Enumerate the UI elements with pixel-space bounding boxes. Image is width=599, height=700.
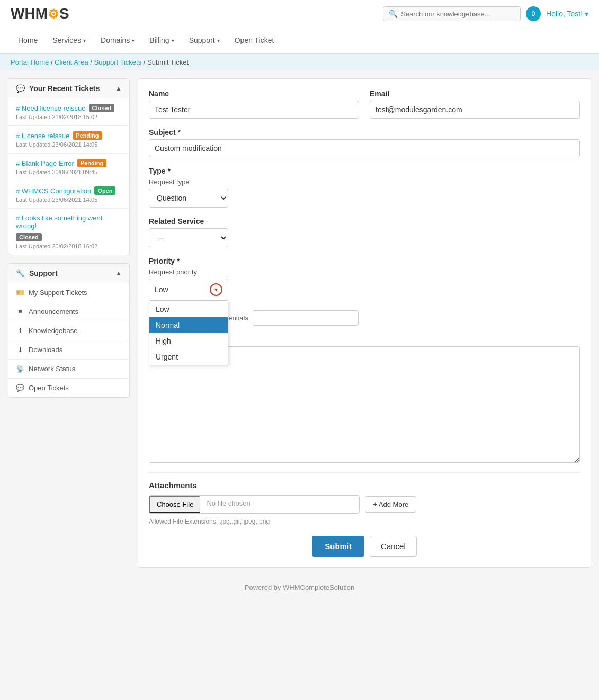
ticket-title: # Need license reissue Closed: [16, 104, 122, 112]
nav-item-support[interactable]: Support ▾: [182, 28, 227, 53]
breadcrumb-portal-home[interactable]: Portal Home: [11, 58, 49, 66]
ticket-link[interactable]: # Need license reissue: [16, 104, 86, 112]
chevron-down-icon: ▾: [214, 286, 218, 293]
attachments-section: Attachments Choose File No file chosen +…: [149, 481, 580, 525]
priority-option-urgent[interactable]: Urgent: [149, 349, 228, 365]
download-icon: ⬇: [16, 346, 24, 354]
sidebar-item-open-tickets[interactable]: 💬 Open Tickets: [8, 379, 129, 397]
logo-gear-icon: ⚙: [48, 7, 59, 21]
sidebar-item-network-status[interactable]: 📡 Network Status: [8, 360, 129, 379]
name-label: Name: [149, 89, 359, 98]
sidebar-item-label: My Support Tickets: [29, 289, 87, 297]
status-badge: Pending: [73, 131, 102, 140]
ticket-date: Last Updated 23/06/2021 14:05: [16, 196, 122, 203]
credentials-field[interactable]: [253, 310, 359, 326]
chat-icon: 💬: [16, 84, 25, 93]
priority-dropdown-button[interactable]: ▾: [210, 283, 222, 296]
ticket-date: Last Updated 20/02/2018 16:02: [16, 243, 122, 249]
recent-tickets-section: 💬 Your Recent Tickets ▲ # Need license r…: [8, 78, 130, 255]
name-field[interactable]: [149, 101, 359, 119]
submit-row: Submit Cancel: [149, 536, 580, 557]
file-input-wrapper: Choose File No file chosen: [149, 495, 360, 514]
sidebar-item-announcements[interactable]: ≡ Announcements: [8, 302, 129, 321]
navbar: Home Services ▾ Domains ▾ Billing ▾ Supp…: [0, 28, 599, 54]
sidebar-item-label: Network Status: [29, 365, 75, 373]
submit-button[interactable]: Submit: [312, 536, 364, 557]
status-badge: Closed: [16, 233, 42, 241]
sidebar-item-downloads[interactable]: ⬇ Downloads: [8, 340, 129, 360]
allowed-extensions: Allowed File Extensions: .jpg,.gif,.jpeg…: [149, 518, 580, 525]
breadcrumb-client-area[interactable]: Client Area: [55, 58, 88, 66]
info-icon: ℹ: [16, 327, 24, 335]
breadcrumb-current: Submit Ticket: [147, 58, 189, 66]
ticket-title: # Looks like something went wrong! Close…: [16, 214, 122, 241]
ticket-link[interactable]: # WHMCS Configuration: [16, 187, 91, 195]
sidebar-item-my-support-tickets[interactable]: 🎫 My Support Tickets: [8, 283, 129, 302]
sidebar-item-knowledgebase[interactable]: ℹ Knowledgebase: [8, 321, 129, 340]
sidebar-item-label: Announcements: [29, 308, 78, 316]
type-field-group: Type * Request type Question Incident Pr…: [149, 167, 580, 208]
related-service-group: Related Service ---: [149, 217, 580, 247]
nav-item-domains[interactable]: Domains ▾: [93, 28, 142, 53]
support-header[interactable]: 🔧 Support ▲: [8, 264, 129, 283]
search-icon: 🔍: [389, 10, 398, 18]
network-icon: 📡: [16, 365, 24, 373]
breadcrumb-support-tickets[interactable]: Support Tickets: [94, 58, 142, 66]
list-item[interactable]: # Need license reissue Closed Last Updat…: [8, 98, 129, 126]
subject-field[interactable]: [149, 139, 580, 157]
status-badge: Open: [94, 186, 115, 195]
type-select[interactable]: Question Incident Problem Feature Reques…: [149, 189, 228, 208]
add-more-button[interactable]: + Add More: [365, 496, 416, 513]
search-input[interactable]: [401, 10, 515, 18]
support-menu: 🎫 My Support Tickets ≡ Announcements ℹ K…: [8, 283, 129, 397]
nav-item-home[interactable]: Home: [11, 28, 45, 53]
nav-item-billing[interactable]: Billing ▾: [142, 28, 181, 53]
chat-icon: 💬: [16, 384, 24, 392]
ticket-link[interactable]: # Looks like something went wrong!: [16, 214, 122, 230]
sidebar-item-label: Downloads: [29, 346, 62, 354]
nav-item-open-ticket[interactable]: Open Ticket: [227, 28, 282, 53]
cancel-button[interactable]: Cancel: [370, 536, 417, 557]
search-bar[interactable]: 🔍: [383, 6, 521, 21]
collapse-icon: ▲: [115, 270, 122, 277]
related-service-select[interactable]: ---: [149, 228, 228, 247]
nav-item-services[interactable]: Services ▾: [45, 28, 93, 53]
sidebar: 💬 Your Recent Tickets ▲ # Need license r…: [8, 78, 130, 568]
list-item[interactable]: # License reissue Pending Last Updated 2…: [8, 126, 129, 154]
priority-option-low[interactable]: Low: [149, 301, 228, 317]
list-item[interactable]: # Looks like something went wrong! Close…: [8, 209, 129, 255]
ticket-link[interactable]: # License reissue: [16, 132, 69, 140]
email-field[interactable]: [370, 101, 580, 119]
priority-option-high[interactable]: High: [149, 333, 228, 349]
ticket-title: # WHMCS Configuration Open: [16, 186, 122, 195]
priority-option-normal[interactable]: Normal: [149, 317, 228, 333]
ticket-date: Last Updated 21/02/2018 15:02: [16, 114, 122, 120]
cart-button[interactable]: 0: [526, 6, 541, 21]
logo-text: WHM⚙S: [11, 5, 69, 22]
type-sublabel: Request type: [149, 178, 580, 186]
list-item[interactable]: # Blank Page Error Pending Last Updated …: [8, 154, 129, 181]
divider: [149, 472, 580, 473]
chevron-down-icon: ▾: [132, 38, 135, 43]
subject-field-group: Subject *: [149, 128, 580, 157]
priority-select-display[interactable]: Low ▾: [149, 279, 228, 301]
user-greeting[interactable]: Hello, Test! ▾: [546, 10, 588, 18]
main-content: Name Email Subject * Type * Request type…: [138, 78, 591, 568]
support-title: 🔧 Support: [16, 269, 58, 277]
breadcrumb: Portal Home / Client Area / Support Tick…: [0, 54, 599, 70]
list-item[interactable]: # WHMCS Configuration Open Last Updated …: [8, 181, 129, 209]
ticket-title: # Blank Page Error Pending: [16, 159, 122, 167]
ticket-date: Last Updated 30/06/2021 09:45: [16, 169, 122, 175]
subject-label: Subject *: [149, 128, 580, 137]
chevron-down-icon: ▾: [83, 38, 86, 43]
priority-container: Low ▾ Low Normal High Urgent: [149, 279, 228, 301]
choose-file-button[interactable]: Choose File: [149, 496, 200, 513]
sidebar-item-label: Knowledgebase: [29, 327, 78, 335]
name-email-row: Name Email: [149, 89, 580, 119]
recent-tickets-header[interactable]: 💬 Your Recent Tickets ▲: [8, 79, 129, 98]
name-field-group: Name: [149, 89, 359, 119]
ticket-link[interactable]: # Blank Page Error: [16, 159, 74, 167]
header: WHM⚙S 🔍 0 Hello, Test! ▾: [0, 0, 599, 28]
priority-label: Priority *: [149, 257, 580, 265]
breadcrumb-separator: /: [144, 58, 147, 66]
